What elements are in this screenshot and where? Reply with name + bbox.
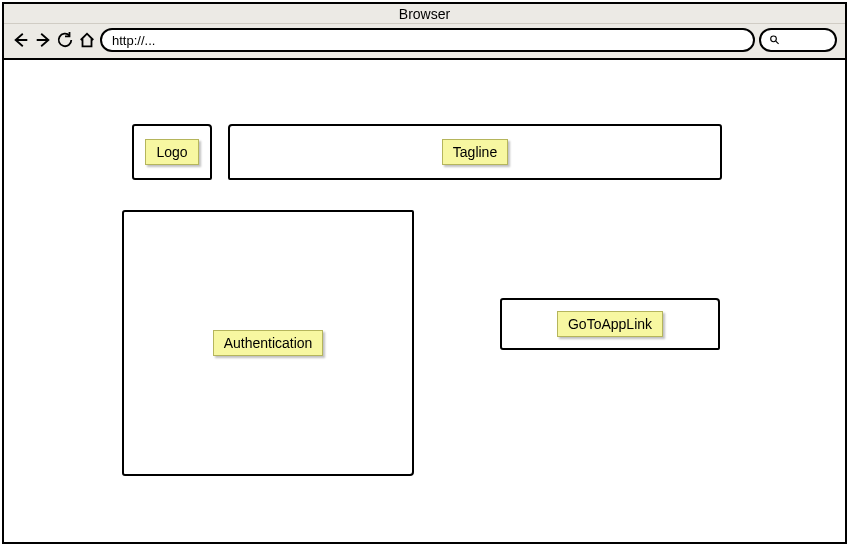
home-icon[interactable] (78, 31, 96, 49)
logo-placeholder: Logo (132, 124, 212, 180)
go-to-app-link-sticky-label: GoToAppLink (557, 311, 663, 337)
tagline-sticky-label: Tagline (442, 139, 508, 165)
authentication-placeholder: Authentication (122, 210, 414, 476)
window-title: Browser (4, 4, 845, 24)
tagline-placeholder: Tagline (228, 124, 722, 180)
browser-window: Browser Logo Tagline Authentication (2, 2, 847, 544)
back-arrow-icon[interactable] (12, 31, 30, 49)
go-to-app-link-placeholder[interactable]: GoToAppLink (500, 298, 720, 350)
page-content: Logo Tagline Authentication GoToAppLink (4, 60, 845, 542)
authentication-sticky-label: Authentication (213, 330, 324, 356)
search-input[interactable] (780, 33, 827, 48)
browser-toolbar (4, 24, 845, 60)
search-box[interactable] (759, 28, 837, 52)
url-input[interactable] (100, 28, 755, 52)
svg-point-0 (771, 36, 777, 42)
forward-arrow-icon[interactable] (34, 31, 52, 49)
logo-sticky-label: Logo (145, 139, 198, 165)
search-icon (769, 33, 780, 47)
reload-icon[interactable] (56, 31, 74, 49)
